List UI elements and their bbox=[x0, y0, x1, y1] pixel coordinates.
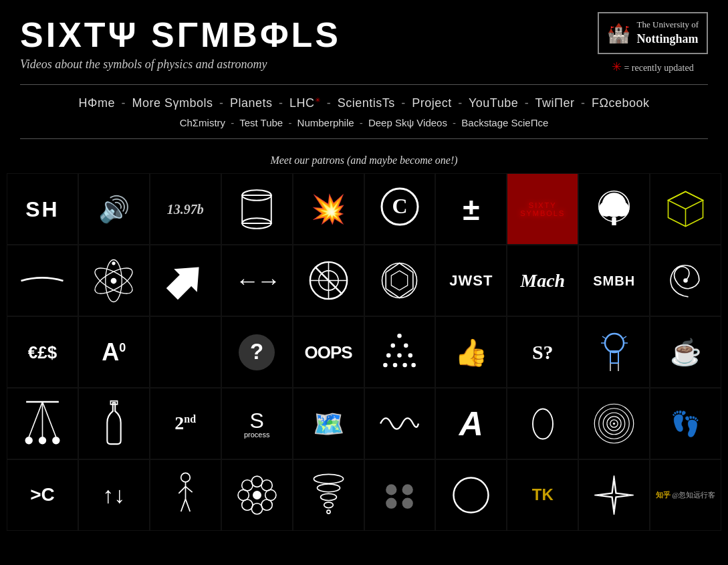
symbol-arrow-diagonal[interactable] bbox=[150, 245, 221, 316]
tree-icon bbox=[592, 187, 636, 231]
svg-point-43 bbox=[605, 334, 624, 352]
symbol-spiral2[interactable] bbox=[578, 388, 650, 459]
symbol-empty-1[interactable] bbox=[150, 316, 221, 388]
symbol-sound[interactable]: 🔊 bbox=[78, 173, 150, 245]
symbol-flower[interactable] bbox=[221, 459, 293, 531]
header-right: 🏰 The University of Nottingham ✳ = recen… bbox=[598, 12, 708, 74]
symbol-bottle[interactable] bbox=[78, 388, 150, 459]
nav-scientists[interactable]: ScientisTs bbox=[338, 96, 395, 110]
nav-more-symbols[interactable]: More Sγmbols bbox=[132, 96, 213, 110]
symbol-pendulum[interactable] bbox=[7, 388, 78, 459]
symbol-oval[interactable] bbox=[507, 388, 578, 459]
svg-point-36 bbox=[386, 353, 391, 358]
svg-point-35 bbox=[404, 344, 408, 348]
symbol-big-a[interactable]: A bbox=[435, 388, 507, 459]
symbol-tree[interactable] bbox=[578, 173, 650, 245]
symbol-s-process[interactable]: S process bbox=[221, 388, 293, 459]
nav-twitter[interactable]: TwiΠer bbox=[535, 96, 574, 110]
symbol-prohibited[interactable] bbox=[293, 245, 364, 316]
symbol-led[interactable] bbox=[578, 316, 650, 388]
symbol-starburst[interactable] bbox=[578, 459, 650, 531]
symbol-number[interactable]: 13.97b bbox=[150, 173, 221, 245]
symbol-currency[interactable]: €£$ bbox=[7, 316, 78, 388]
svg-point-38 bbox=[408, 353, 413, 358]
symbol-curved-line[interactable] bbox=[7, 245, 78, 316]
svg-point-85 bbox=[326, 510, 330, 514]
symbol-orbits[interactable] bbox=[78, 245, 150, 316]
dots-pattern-icon bbox=[378, 473, 421, 517]
university-name: Nottingham bbox=[637, 31, 699, 47]
nav-deep-sky[interactable]: Deep Skψ Videos bbox=[368, 117, 447, 128]
svg-point-40 bbox=[393, 363, 398, 368]
secondary-nav: ChΣmistry - Test Tube - Numberphile - De… bbox=[0, 114, 728, 135]
question-icon: ? bbox=[237, 332, 277, 372]
symbol-coffee[interactable]: ☕ bbox=[650, 316, 721, 388]
symbol-explosion[interactable]: 💥 bbox=[293, 173, 364, 245]
tornado-icon bbox=[310, 472, 347, 518]
symbol-gtc[interactable]: >C bbox=[7, 459, 78, 531]
symbol-cylinder[interactable] bbox=[221, 173, 293, 245]
symbol-circle-outline[interactable] bbox=[435, 459, 507, 531]
patrons-text: Meet our patrons (and maybe become one!) bbox=[0, 142, 728, 173]
figure-icon bbox=[174, 471, 197, 519]
svg-point-86 bbox=[386, 484, 397, 495]
symbol-mach[interactable]: Mach bbox=[507, 245, 578, 316]
site-subtitle: Videos about the symbols of physics and … bbox=[20, 58, 598, 72]
svg-point-42 bbox=[412, 363, 416, 368]
svg-marker-13 bbox=[669, 192, 703, 209]
nav-backstage[interactable]: Backstage ScieΠce bbox=[461, 117, 548, 128]
symbol-spiral-galaxy[interactable] bbox=[650, 245, 721, 316]
symbol-oops[interactable]: OOPS bbox=[293, 316, 364, 388]
symbol-tk-gold[interactable]: TK bbox=[507, 459, 578, 531]
symbol-stranger-things[interactable]: SIXTYSYMBOLS bbox=[507, 173, 578, 245]
symbol-cube[interactable] bbox=[650, 173, 721, 245]
symbol-2nd[interactable]: 2nd bbox=[150, 388, 221, 459]
symbol-sh[interactable]: SH bbox=[7, 173, 78, 245]
svg-point-84 bbox=[324, 503, 333, 509]
symbol-footprints[interactable]: 👣 bbox=[650, 388, 721, 459]
nav-chemistry[interactable]: ChΣmistry bbox=[180, 117, 225, 128]
symbol-watermark: 知乎 @忽知远行客 bbox=[650, 459, 721, 531]
nav-lhc[interactable]: LHC✳ bbox=[289, 96, 320, 110]
c-circle-icon: C bbox=[380, 187, 420, 227]
university-text: The University of Nottingham bbox=[637, 19, 699, 47]
svg-point-41 bbox=[403, 363, 408, 368]
symbol-dots-pattern[interactable] bbox=[364, 459, 436, 531]
symbol-question[interactable]: ? bbox=[221, 316, 293, 388]
symbol-tornado[interactable] bbox=[293, 459, 364, 531]
symbol-c-circle[interactable]: C bbox=[364, 173, 436, 245]
symbol-smbh[interactable]: SMBH bbox=[578, 245, 650, 316]
symbol-plusminus[interactable]: ± bbox=[435, 173, 507, 245]
nav-planets[interactable]: Planets bbox=[230, 96, 273, 110]
symbol-jwst[interactable]: JWST bbox=[435, 245, 507, 316]
nav-test-tube[interactable]: Test Tube bbox=[239, 117, 283, 128]
cube-icon bbox=[664, 187, 707, 231]
svg-point-82 bbox=[317, 484, 340, 492]
svg-text:C: C bbox=[392, 194, 407, 218]
nav-youtube[interactable]: YouTube bbox=[469, 96, 518, 110]
symbol-antarctica[interactable]: 🗺️ bbox=[293, 388, 364, 459]
svg-point-55 bbox=[25, 437, 32, 444]
symbol-wave[interactable] bbox=[364, 388, 436, 459]
symbol-molecule[interactable] bbox=[364, 245, 436, 316]
svg-text:?: ? bbox=[250, 338, 263, 363]
nav-facebook[interactable]: FΩcebook bbox=[592, 96, 650, 110]
svg-line-69 bbox=[185, 487, 192, 492]
university-logo[interactable]: 🏰 The University of Nottingham bbox=[598, 12, 708, 54]
svg-point-80 bbox=[253, 491, 261, 499]
site-title: SIXTΨ SγMBΦLS bbox=[20, 15, 598, 55]
symbol-figure[interactable] bbox=[150, 459, 221, 531]
symbol-arrows-lr[interactable]: ←→ bbox=[221, 245, 293, 316]
symbol-dot-pattern[interactable] bbox=[364, 316, 436, 388]
nav-numberphile[interactable]: Numberphile bbox=[297, 117, 354, 128]
curved-line-icon bbox=[19, 271, 66, 291]
symbol-s-question[interactable]: S? bbox=[507, 316, 578, 388]
s-process-label: S process bbox=[244, 409, 270, 439]
nav-home[interactable]: HΦme bbox=[79, 96, 115, 110]
primary-nav: HΦme - More Sγmbols - Planets - LHC✳ - S… bbox=[0, 88, 728, 114]
nav-project[interactable]: Project bbox=[412, 96, 452, 110]
symbol-updown-arrows[interactable]: ↑↓ bbox=[78, 459, 150, 531]
symbol-a-zero[interactable]: A0 bbox=[78, 316, 150, 388]
symbol-thumbs-up[interactable]: 👍 bbox=[435, 316, 507, 388]
svg-point-66 bbox=[180, 473, 190, 483]
